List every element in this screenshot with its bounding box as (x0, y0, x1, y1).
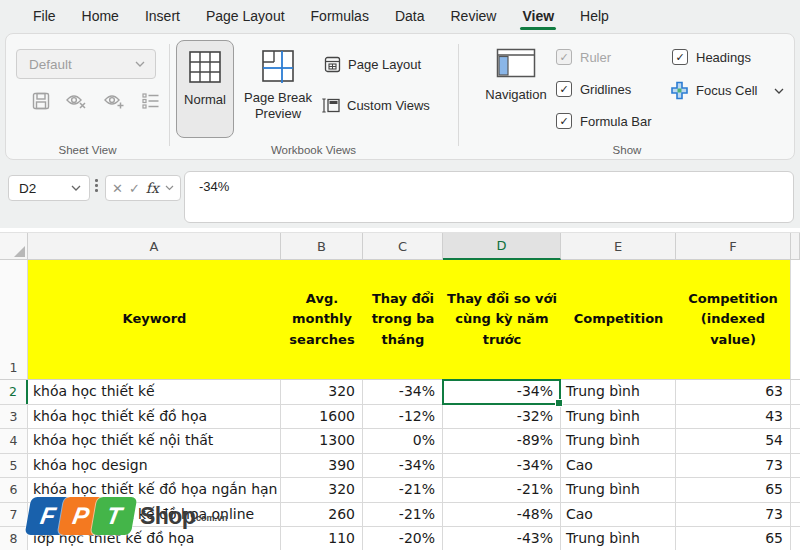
ruler-checkbox[interactable]: ✓ Ruler (556, 49, 611, 65)
cell-D5[interactable]: -34% (443, 454, 561, 478)
cell-sliver[interactable] (791, 454, 800, 478)
row-header-7[interactable]: 7 (0, 503, 28, 527)
sheet-view-dropdown[interactable]: Default (16, 49, 156, 79)
headings-checkbox[interactable]: ✓ Headings (672, 49, 751, 65)
chevron-down-icon[interactable] (165, 185, 174, 191)
cell-D7[interactable]: -48% (443, 503, 561, 527)
row-header-6[interactable]: 6 (0, 478, 28, 502)
normal-view-button[interactable]: Normal (176, 40, 234, 138)
keep-sheet-view-icon[interactable] (32, 92, 50, 110)
cell-F6[interactable]: 65 (676, 478, 791, 502)
select-all-corner[interactable] (0, 233, 28, 260)
navigation-button[interactable]: Navigation (484, 48, 548, 102)
column-header-a[interactable]: A (28, 233, 281, 260)
cell-D6[interactable]: -21% (443, 478, 561, 502)
tab-help[interactable]: Help (567, 0, 622, 33)
cell-C7[interactable]: -21% (363, 503, 443, 527)
cell-B2[interactable]: 320 (281, 380, 363, 404)
cell-C3[interactable]: -12% (363, 405, 443, 429)
column-header-g-sliver[interactable] (791, 233, 800, 260)
cell-sliver[interactable] (791, 503, 800, 527)
cell-D4[interactable]: -89% (443, 429, 561, 453)
page-layout-view-button[interactable]: Page Layout (324, 56, 421, 73)
tab-file[interactable]: File (20, 0, 69, 33)
cell-F4[interactable]: 54 (676, 429, 791, 453)
tab-formulas[interactable]: Formulas (298, 0, 382, 33)
column-header-f[interactable]: F (676, 233, 791, 260)
cell-sliver[interactable] (791, 478, 800, 502)
cell-E2[interactable]: Trung bình (561, 380, 676, 404)
cell-B8[interactable]: 110 (281, 527, 363, 550)
cell-B4[interactable]: 1300 (281, 429, 363, 453)
cell-B1[interactable]: Avg. monthly searches (281, 260, 363, 379)
cell-E5[interactable]: Cao (561, 454, 676, 478)
cell-E7[interactable]: Cao (561, 503, 676, 527)
page-break-preview-button[interactable]: Page Break Preview (239, 40, 317, 152)
cancel-icon[interactable]: ✕ (112, 182, 123, 195)
tab-page-layout[interactable]: Page Layout (193, 0, 298, 33)
cell-A2[interactable]: khóa học thiết kế (28, 380, 281, 404)
cell-A4[interactable]: khóa học thiết kế nội thất (28, 429, 281, 453)
cell-D1[interactable]: Thay đổi so với cùng kỳ năm trước (443, 260, 561, 379)
cell-F3[interactable]: 43 (676, 405, 791, 429)
cell-F8[interactable]: 65 (676, 527, 791, 550)
sheet-view-options-icon[interactable] (142, 93, 160, 109)
formula-bar-resize-handle[interactable] (95, 179, 98, 192)
custom-views-button[interactable]: Custom Views (321, 97, 430, 114)
cell-G1-sliver[interactable] (791, 260, 800, 379)
cell-F1[interactable]: Competition (indexed value) (676, 260, 791, 379)
cell-D3[interactable]: -32% (443, 405, 561, 429)
cell-E4[interactable]: Trung bình (561, 429, 676, 453)
tab-home[interactable]: Home (69, 0, 132, 33)
cell-F2[interactable]: 63 (676, 380, 791, 404)
cell-B6[interactable]: 320 (281, 478, 363, 502)
focus-cell-button[interactable]: Focus Cell (670, 81, 784, 100)
cell-D8[interactable]: -43% (443, 527, 561, 550)
formula-bar-checkbox[interactable]: ✓ Formula Bar (556, 113, 652, 129)
cell-B5[interactable]: 390 (281, 454, 363, 478)
tab-data[interactable]: Data (382, 0, 438, 33)
name-box[interactable]: D2 (8, 175, 90, 201)
exit-sheet-view-icon[interactable] (66, 92, 88, 110)
cell-A5[interactable]: khóa học design (28, 454, 281, 478)
cell-E6[interactable]: Trung bình (561, 478, 676, 502)
tab-view[interactable]: View (509, 0, 567, 33)
row-header-4[interactable]: 4 (0, 429, 28, 453)
cell-A1[interactable]: Keyword (28, 260, 281, 379)
column-header-d[interactable]: D (443, 233, 561, 260)
cell-sliver[interactable] (791, 380, 800, 404)
cell-sliver[interactable] (791, 527, 800, 550)
cell-E1[interactable]: Competition (561, 260, 676, 379)
cell-sliver[interactable] (791, 429, 800, 453)
cell-C5[interactable]: -34% (363, 454, 443, 478)
cell-C1[interactable]: Thay đổi trong ba tháng (363, 260, 443, 379)
cell-F5[interactable]: 73 (676, 454, 791, 478)
cell-B3[interactable]: 1600 (281, 405, 363, 429)
cell-C2[interactable]: -34% (363, 380, 443, 404)
chevron-down-icon[interactable] (71, 185, 81, 191)
chevron-down-icon[interactable] (774, 88, 784, 94)
row-header-5[interactable]: 5 (0, 454, 28, 478)
cell-C8[interactable]: -20% (363, 527, 443, 550)
column-header-c[interactable]: C (363, 233, 443, 260)
tab-review[interactable]: Review (438, 0, 510, 33)
formula-input[interactable]: -34% (184, 171, 794, 223)
cell-E8[interactable]: Trung bình (561, 527, 676, 550)
column-header-e[interactable]: E (561, 233, 676, 260)
row-header-2[interactable]: 2 (0, 380, 28, 404)
column-header-b[interactable]: B (281, 233, 363, 260)
row-header-1[interactable]: 1 (0, 260, 28, 379)
cell-A3[interactable]: khóa học thiết kế đồ họa (28, 405, 281, 429)
cell-C6[interactable]: -21% (363, 478, 443, 502)
enter-icon[interactable]: ✓ (129, 182, 140, 195)
cell-D2[interactable]: -34% (443, 380, 561, 404)
cell-B7[interactable]: 260 (281, 503, 363, 527)
gridlines-checkbox[interactable]: ✓ Gridlines (556, 81, 631, 97)
cell-sliver[interactable] (791, 405, 800, 429)
new-sheet-view-icon[interactable] (104, 92, 126, 110)
row-header-8[interactable]: 8 (0, 527, 28, 550)
row-header-3[interactable]: 3 (0, 405, 28, 429)
cell-F7[interactable]: 73 (676, 503, 791, 527)
tab-insert[interactable]: Insert (132, 0, 193, 33)
cell-E3[interactable]: Trung bình (561, 405, 676, 429)
